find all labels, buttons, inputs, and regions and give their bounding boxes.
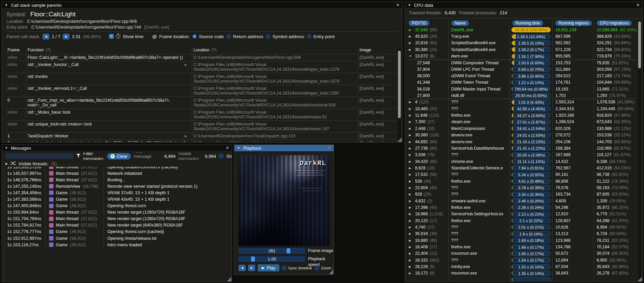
radio-icon[interactable] bbox=[226, 34, 231, 39]
cpu-row[interactable]: ▶7,300(37)steam.exe27.61 s (2.87%)1,286,… bbox=[408, 119, 637, 125]
expand-row-icon[interactable]: ▶ bbox=[409, 133, 413, 137]
callstack-scrollbar[interactable] bbox=[398, 47, 401, 141]
cpu-row[interactable]: ▶18,460(20)???42.85 s (4.45%)2,344,9151,… bbox=[408, 105, 637, 112]
cpu-row[interactable]: 27,800ntdll.dll25.93 ms (0.00%)1,7021,29… bbox=[408, 92, 637, 99]
message-row[interactable]: 1s 120,333,272nsMain thread(37,812)Openi… bbox=[4, 167, 231, 170]
callstack-row[interactable]: inlinestd::_Invoker_ret<void,1>::_CallC:… bbox=[6, 85, 397, 97]
cpu-row[interactable]: 34,028DWM Master Input Thread799.64 ms (… bbox=[408, 86, 637, 92]
cpu-row[interactable]: ▶30,060(116)devenv.exe24.01 s (2.50%)278… bbox=[408, 132, 637, 138]
cpu-row[interactable]: ▶928(25)???3.34 s (0.35%)163,73487,605(5… bbox=[408, 191, 637, 198]
message-row[interactable]: 1s 150,994,64nsMain thread(37,812)New re… bbox=[4, 209, 231, 216]
column-running-regions[interactable]: Running regions bbox=[555, 20, 592, 26]
clear-button[interactable]: ✕ Clear bbox=[107, 153, 131, 160]
expand-row-icon[interactable]: ▶ bbox=[409, 252, 413, 255]
cpu-row[interactable]: ▶17,532(56)???5.34 s (0.55%)90,18156,738… bbox=[408, 171, 637, 178]
cpu-row[interactable]: ▶34,420(65)chrome.exe11.11 s (1.15%)14,4… bbox=[408, 158, 637, 165]
cpu-row[interactable]: ▶27,736(88)ServiceHub.DataWarehouse21.41… bbox=[408, 145, 637, 151]
playback-speed-slider[interactable]: 1.00 bbox=[239, 256, 305, 262]
scrollbar-thumb[interactable] bbox=[398, 51, 401, 118]
filter-input[interactable] bbox=[5, 153, 74, 160]
resize-grip[interactable] bbox=[329, 270, 333, 274]
radio-symbol-address[interactable]: Symbol address bbox=[266, 34, 304, 39]
message-row[interactable]: 1s 147,255,145nsRemoteView(18,796)Remote… bbox=[4, 183, 231, 189]
message-row[interactable]: 1s 146,576,766nsMain thread(37,812)Booti… bbox=[4, 177, 231, 183]
cpu-row[interactable]: ▼13,072(6)dwm.exe1:16.1 (7.90%)955,58571… bbox=[408, 53, 637, 59]
expand-row-icon[interactable]: ▶ bbox=[409, 206, 413, 209]
cpu-row[interactable]: 41,348DWM Token Thread1.21 s (0.13%)174,… bbox=[408, 79, 637, 86]
callstack-row[interactable]: inlinestd::_Invoker_functor::_Call▶C:\Pr… bbox=[6, 61, 397, 73]
expand-row-icon[interactable]: ▶ bbox=[409, 212, 413, 216]
message-row[interactable]: 1s 147,400,846nsGame(36,912)Opening /for… bbox=[4, 203, 231, 209]
cpu-row[interactable]: ▶3,536(75)???20.05 s (2.08%)187,689116,1… bbox=[408, 152, 637, 158]
cpu-row[interactable]: 27,548DWM Compositor Thread1:03.5 (6.60%… bbox=[408, 60, 637, 66]
message-row[interactable]: 1s 145,557,997nsMain thread(37,812)Netwo… bbox=[4, 170, 231, 177]
cpu-row[interactable]: 38,000uDWM Event Thread3.86 s (0.40%)294… bbox=[408, 72, 637, 79]
callstack-row[interactable]: inlinestd::invokeC:\Program Files (x86)\… bbox=[6, 73, 397, 85]
radio-entry-point[interactable]: Entry point bbox=[307, 34, 335, 39]
expand-row-icon[interactable]: ▶ bbox=[409, 120, 413, 123]
expand-row-icon[interactable]: ▶ bbox=[409, 35, 413, 38]
cpu-row[interactable]: 37,904DWM LPC Port Thread6.69 s (0.70%)3… bbox=[408, 66, 637, 72]
radio-icon[interactable] bbox=[307, 34, 311, 39]
cpu-row[interactable]: ▶18,408(17)firefox.exe1.66 s (0.17%)134,… bbox=[408, 244, 637, 250]
expand-threads-icon[interactable]: ▶ bbox=[5, 162, 8, 165]
expand-row-icon[interactable]: ▶ bbox=[409, 271, 413, 275]
step-back-button[interactable]: ◀ bbox=[239, 265, 246, 271]
cpu-row[interactable]: ▶4,740(37)???2.01 s (0.21%)10,6266,994(6… bbox=[408, 224, 637, 230]
expand-row-icon[interactable]: ▶ bbox=[409, 147, 413, 150]
column-frame[interactable]: Frame bbox=[7, 48, 20, 52]
expand-row-icon[interactable]: ▶ bbox=[409, 100, 413, 104]
callstack-row[interactable]: 2std::thread::_Invoke<std::tuple<<lambda… bbox=[6, 139, 397, 142]
close-icon[interactable]: × bbox=[637, 3, 640, 7]
close-icon[interactable]: × bbox=[396, 3, 399, 7]
resize-grip[interactable] bbox=[227, 277, 231, 281]
column-pid-tid[interactable]: PID/TID bbox=[409, 20, 429, 26]
cpu-row[interactable]: ▶4,632(2)vmware-authd.exe2.46 s (0.26%)4… bbox=[408, 198, 637, 204]
radio-return-address[interactable]: Return address bbox=[226, 34, 263, 39]
expand-row-icon[interactable]: ▶ bbox=[409, 186, 413, 189]
radio-source-code[interactable]: Source code bbox=[192, 34, 224, 39]
collapse-icon[interactable]: ▼ bbox=[237, 146, 240, 150]
cpu-row[interactable]: ▶536(49)firefox.exe4.61 s (0.48%)68,8565… bbox=[408, 178, 637, 184]
cpu-row[interactable]: ▶17,396(43)firefox.exe2.28 s (0.24%)54,2… bbox=[408, 204, 637, 211]
column-cpu-migrations[interactable]: CPU migrations bbox=[597, 20, 632, 26]
cpu-row[interactable]: ▶16,332(982)???1.64 s (0.17%)12,8946,955… bbox=[408, 257, 637, 263]
collapse-icon[interactable]: ▼ bbox=[5, 3, 8, 7]
expand-row-icon[interactable]: ▶ bbox=[409, 193, 413, 196]
expand-row-icon[interactable]: ▶ bbox=[409, 114, 413, 117]
message-row[interactable]: 1s 152,764,817nsMain thread(37,812)New r… bbox=[4, 222, 231, 229]
cpu-row[interactable]: ▶18,968(1,018)ServiceHub.SettingsHost.ex… bbox=[408, 211, 637, 217]
expand-row-icon[interactable]: ▶ bbox=[409, 239, 413, 242]
cpu-scrollbar[interactable] bbox=[638, 20, 641, 280]
expand-row-icon[interactable]: ▶ bbox=[409, 28, 413, 32]
radio-icon[interactable] bbox=[192, 34, 197, 39]
close-icon[interactable]: × bbox=[226, 146, 229, 150]
step-forward-button[interactable]: ▶ bbox=[248, 265, 255, 271]
cpu-row[interactable]: ▶28,228(5)mintty.exe1.52 s (0.16%)87,504… bbox=[408, 263, 637, 270]
cpu-row[interactable]: ▶16,880(46)???1.69 s (0.18%)123,98878,23… bbox=[408, 237, 637, 244]
collapse-icon[interactable]: ▼ bbox=[5, 146, 8, 150]
callstack-row[interactable]: inlinestd::unique_lock<std::mutex>::lock… bbox=[6, 120, 397, 132]
cpu-row[interactable]: ▶4(120)???1:01.9 (6.43%)2,593,3141,078,5… bbox=[408, 99, 637, 105]
cpu-row[interactable]: ▶20,120(17)firefox.exe2.1 s (0.22%)128,6… bbox=[408, 217, 637, 224]
cpu-row[interactable]: ▶11,648(120)firefox.exe34.27 s (3.56%)1,… bbox=[408, 112, 637, 118]
prev-callstack-button[interactable]: ◀ bbox=[43, 34, 49, 39]
sync-timeline-checkbox[interactable] bbox=[282, 266, 287, 270]
callstack-row[interactable]: inlinestd::_Mutex_base::lockC:\Program F… bbox=[6, 109, 397, 120]
cpu-row[interactable]: ▶8,628(18)StandardCollector.Service.e7.8… bbox=[408, 165, 637, 171]
close-icon[interactable]: × bbox=[328, 146, 331, 150]
column-function[interactable]: Function bbox=[28, 48, 44, 52]
expand-row-icon[interactable]: ▶ bbox=[409, 48, 413, 51]
column-name[interactable]: Name bbox=[451, 20, 469, 26]
expand-row-icon[interactable]: ▶ bbox=[409, 232, 413, 235]
cpu-row[interactable]: ▶35,916(36)???1.8 s (0.19%)13,3136,728(5… bbox=[408, 231, 637, 237]
column-running-time[interactable]: Running time bbox=[512, 20, 543, 26]
message-row[interactable]: 1s 153,116,27nsGame(36,912)Intro menu lo… bbox=[4, 242, 231, 248]
column-location[interactable]: Location bbox=[194, 48, 210, 52]
visible-threads-row[interactable]: ▶ Visible threads: (5) bbox=[5, 161, 57, 166]
cpu-row[interactable]: ▶18,172(8)msvsmon.exe1.35 s (0.14%)38,84… bbox=[408, 270, 637, 277]
cpu-row[interactable]: ▶30,380(24)ScriptedSandbox64.exe1:28.2 (… bbox=[408, 46, 637, 53]
expand-row-icon[interactable]: ▶ bbox=[409, 265, 413, 268]
expand-row-icon[interactable]: ▶ bbox=[409, 259, 413, 262]
callstack-row[interactable]: inlineFloor::CalcLight::__l4::<lambda_5b… bbox=[6, 54, 397, 61]
